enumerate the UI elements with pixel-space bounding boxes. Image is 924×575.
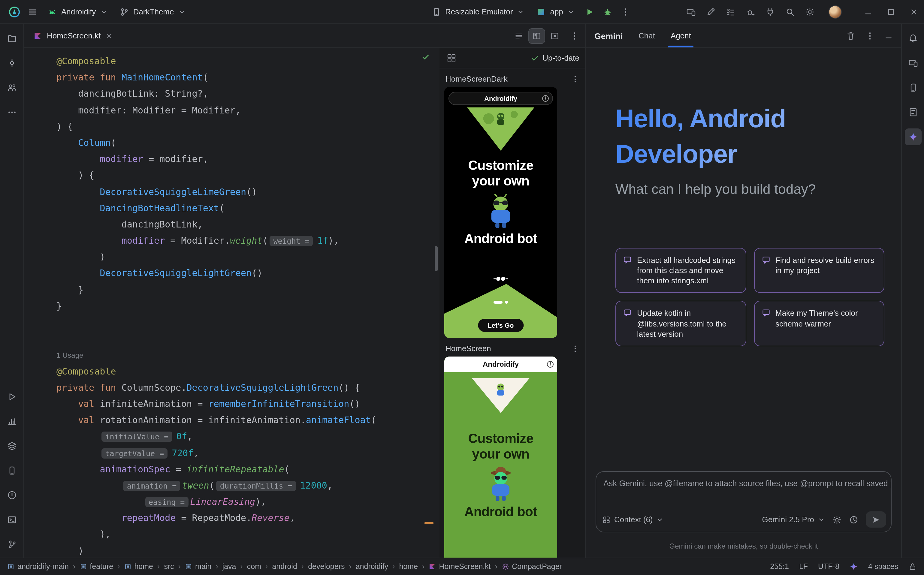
- preview-scroll-area[interactable]: HomeScreenDark Androidify i: [439, 68, 585, 558]
- breadcrumb-item[interactable]: main: [185, 562, 212, 571]
- device-mirroring-icon[interactable]: [686, 7, 696, 16]
- user-avatar[interactable]: [829, 5, 842, 18]
- window-minimize-icon[interactable]: [864, 8, 872, 16]
- code-view-button[interactable]: [511, 29, 526, 43]
- breadcrumb-separator: ›: [422, 562, 425, 571]
- clear-chat-icon[interactable]: [846, 31, 856, 41]
- terminal-tool-button[interactable]: [3, 511, 20, 528]
- gemini-suggestion-card[interactable]: Extract all hardcoded strings from this …: [615, 248, 746, 293]
- preview-menu-icon[interactable]: [571, 75, 579, 83]
- close-tab-icon[interactable]: [105, 32, 113, 39]
- run-tool-button[interactable]: [3, 388, 20, 405]
- project-name: Androidify: [61, 7, 96, 16]
- more-run-options-button[interactable]: [617, 3, 634, 20]
- ai-debug-icon[interactable]: [746, 7, 755, 16]
- breadcrumb-item[interactable]: HomeScreen.kt: [429, 562, 490, 571]
- device-manager-tool-button[interactable]: [905, 55, 921, 71]
- editor-tab-homescreen[interactable]: HomeScreen.kt: [24, 24, 120, 48]
- version-control-tool-button[interactable]: [3, 536, 20, 553]
- breadcrumb-separator: ›: [495, 562, 498, 571]
- run-configuration-selector[interactable]: app: [531, 4, 580, 19]
- gemini-prompt-box[interactable]: Context (6) Gemini 2.5 Pro: [596, 471, 892, 532]
- preview-homescreendark[interactable]: Androidify i Customize: [444, 87, 557, 338]
- model-selector[interactable]: Gemini 2.5 Pro: [762, 515, 825, 524]
- window-close-icon[interactable]: [910, 8, 918, 16]
- context-selector[interactable]: Context (6): [602, 515, 664, 524]
- preview-layout-icon[interactable]: [447, 53, 456, 63]
- gemini-suggestion-card[interactable]: Make my Theme's color scheme warmer: [754, 301, 884, 346]
- ai-status-icon[interactable]: [849, 562, 858, 571]
- gemini-tool-button[interactable]: [905, 129, 921, 145]
- file-encoding[interactable]: UTF-8: [818, 562, 839, 571]
- device-explorer-tool-button[interactable]: [3, 462, 20, 479]
- breadcrumb-item[interactable]: CompactPager: [502, 562, 562, 571]
- chevron-down-icon: [567, 8, 574, 15]
- gemini-suggestion-card[interactable]: Find and resolve build errors in my proj…: [754, 248, 884, 293]
- readonly-lock-icon[interactable]: [908, 562, 917, 571]
- debug-button[interactable]: [599, 3, 616, 20]
- send-button[interactable]: [866, 511, 886, 527]
- code-line: DecorativeSquiggleLightGreen(): [56, 265, 439, 282]
- tab-agent[interactable]: Agent: [671, 24, 691, 48]
- indent-setting[interactable]: 4 spaces: [868, 562, 898, 571]
- window-maximize-icon[interactable]: [887, 8, 895, 16]
- breadcrumb-item[interactable]: src: [164, 562, 174, 571]
- hamburger-icon: [28, 7, 37, 16]
- plugins-icon[interactable]: [765, 7, 775, 16]
- problems-tool-button[interactable]: [3, 487, 20, 504]
- run-button[interactable]: [581, 3, 598, 20]
- ai-actions-icon[interactable]: [706, 7, 716, 16]
- more-icon: [7, 108, 16, 117]
- gemini-options-icon[interactable]: [865, 31, 875, 41]
- gemini-disclaimer: Gemini can make mistakes, so double-chec…: [586, 542, 901, 550]
- project-selector[interactable]: Androidify: [42, 4, 113, 19]
- code-line: modifier: Modifier = Modifier,: [56, 102, 439, 119]
- preview-menu-icon[interactable]: [571, 344, 579, 353]
- device-selector[interactable]: Resizable Emulator: [426, 4, 530, 19]
- gemini-prompt-input[interactable]: [603, 479, 892, 488]
- breadcrumb-item[interactable]: androidify-main: [7, 562, 69, 571]
- history-icon[interactable]: [849, 515, 859, 524]
- code-editor[interactable]: @Composableprivate fun MainHomeContent( …: [24, 48, 439, 558]
- task-list-icon[interactable]: [726, 7, 735, 16]
- preview-homescreen[interactable]: Androidify i Customize: [444, 357, 557, 558]
- line-separator[interactable]: LF: [799, 562, 808, 571]
- caret-position[interactable]: 255:1: [770, 562, 789, 571]
- code-line: dancingBotLink: String?,: [56, 86, 439, 102]
- gemini-suggestion-card[interactable]: Update kotlin in @libs.versions.toml to …: [615, 301, 746, 346]
- code-line: targetValue =720f,: [56, 445, 439, 461]
- project-tool-button[interactable]: [3, 30, 20, 47]
- breadcrumb-item[interactable]: com: [247, 562, 261, 571]
- build-tool-button[interactable]: [3, 438, 20, 454]
- notifications-tool-button[interactable]: [905, 30, 921, 47]
- breadcrumb-item[interactable]: developers: [308, 562, 345, 571]
- breadcrumb-item[interactable]: java: [223, 562, 236, 571]
- commit-tool-button[interactable]: [3, 55, 20, 71]
- logcat-tool-button[interactable]: [905, 104, 921, 121]
- breadcrumb-item[interactable]: home: [399, 562, 418, 571]
- pull-requests-tool-button[interactable]: [3, 79, 20, 96]
- breadcrumb-item[interactable]: feature: [80, 562, 113, 571]
- gemini-suggestions: Extract all hardcoded strings from this …: [615, 248, 884, 346]
- editor-scrollbar[interactable]: [435, 246, 438, 271]
- settings-gear-icon[interactable]: [805, 7, 815, 16]
- code-line: 1 Usage: [56, 347, 439, 364]
- more-tool-windows-button[interactable]: [3, 104, 20, 121]
- profiler-tool-button[interactable]: [3, 413, 20, 430]
- vcs-branch-selector[interactable]: DarkTheme: [114, 4, 191, 19]
- tab-chat[interactable]: Chat: [639, 24, 655, 48]
- breadcrumb-item[interactable]: home: [124, 562, 153, 571]
- editor-options-icon[interactable]: [570, 31, 579, 41]
- inspections-ok-icon[interactable]: [421, 53, 430, 61]
- design-view-button[interactable]: [547, 29, 563, 43]
- lets-go-button[interactable]: Let's Go: [478, 319, 523, 332]
- hide-panel-icon[interactable]: [884, 32, 893, 40]
- running-devices-tool-button[interactable]: [905, 79, 921, 96]
- split-view-button[interactable]: [529, 29, 545, 43]
- gemini-settings-icon[interactable]: [832, 515, 842, 524]
- search-icon[interactable]: [785, 7, 795, 16]
- breadcrumb-item[interactable]: android: [272, 562, 297, 571]
- suggestion-text: Extract all hardcoded strings from this …: [637, 255, 738, 286]
- main-menu-button[interactable]: [24, 3, 41, 20]
- breadcrumb-item[interactable]: androidify: [356, 562, 388, 571]
